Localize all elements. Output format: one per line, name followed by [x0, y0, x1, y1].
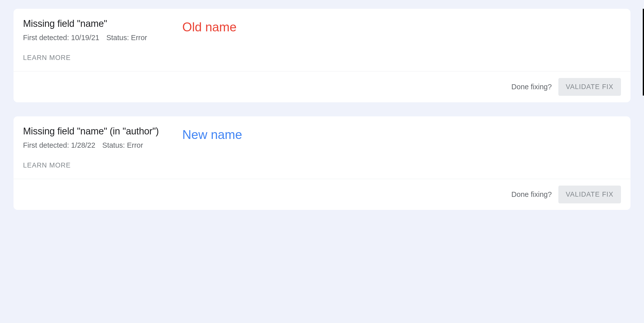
annotation-new-name: New name — [182, 127, 242, 142]
done-fixing-label: Done fixing? — [511, 83, 552, 91]
card-footer: Done fixing? VALIDATE FIX — [14, 179, 630, 210]
meta-row: First detected: 10/19/21 Status: Error — [23, 34, 621, 42]
issue-card-old: Missing field "name" Old name First dete… — [14, 9, 630, 102]
meta-row: First detected: 1/28/22 Status: Error — [23, 141, 621, 149]
first-detected: First detected: 10/19/21 — [23, 34, 99, 42]
done-fixing-label: Done fixing? — [511, 190, 552, 199]
first-detected-date: 10/19/21 — [71, 34, 99, 42]
first-detected-label: First detected: — [23, 34, 69, 42]
issue-title: Missing field "name" (in "author") — [23, 126, 621, 137]
status-value: Error — [127, 141, 143, 149]
status: Status: Error — [102, 141, 143, 149]
status-value: Error — [131, 34, 147, 42]
card-header: Missing field "name" Old name First dete… — [14, 9, 630, 71]
learn-more-link[interactable]: LEARN MORE — [23, 54, 71, 71]
card-footer: Done fixing? VALIDATE FIX — [14, 71, 630, 102]
status: Status: Error — [106, 34, 147, 42]
first-detected-label: First detected: — [23, 141, 69, 149]
status-label: Status: — [106, 34, 129, 42]
validate-fix-button[interactable]: VALIDATE FIX — [558, 78, 621, 96]
issue-card-new: Missing field "name" (in "author") New n… — [14, 116, 630, 210]
first-detected-date: 1/28/22 — [71, 141, 95, 149]
learn-more-link[interactable]: LEARN MORE — [23, 162, 71, 179]
card-header: Missing field "name" (in "author") New n… — [14, 116, 630, 179]
status-label: Status: — [102, 141, 125, 149]
first-detected: First detected: 1/28/22 — [23, 141, 95, 149]
issue-title: Missing field "name" — [23, 18, 621, 29]
annotation-old-name: Old name — [182, 20, 237, 34]
validate-fix-button[interactable]: VALIDATE FIX — [558, 186, 621, 203]
scrollbar-indicator[interactable] — [643, 9, 644, 96]
